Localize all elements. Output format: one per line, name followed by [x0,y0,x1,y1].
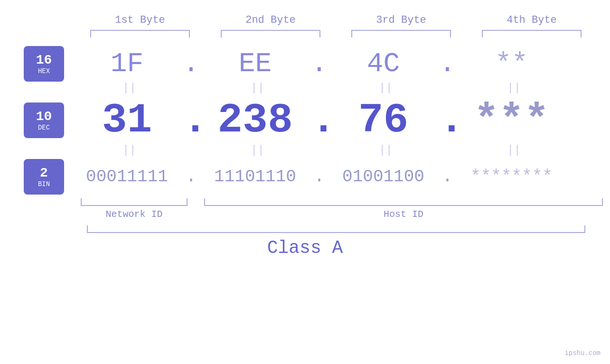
hex-byte1: 1F [71,48,183,79]
bin-values: 00011111 . 11101110 . 01001100 . *******… [71,167,610,187]
class-label: Class A [0,238,610,258]
hex-base-label: HEX [38,67,50,75]
bracket-gap1 [188,198,204,206]
bracket-byte1 [90,30,190,37]
hex-byte2: EE [199,48,311,79]
dec-byte1: 31 [71,97,183,144]
byte2-header: 2nd Byte [214,14,328,26]
bin-base-num: 2 [40,166,48,180]
dec-dot3: . [439,100,456,141]
bin-byte3: 01001100 [328,167,439,187]
bracket-byte4 [482,30,582,37]
equals-row-1: || || || || [0,82,610,94]
eq2-b2: || [202,144,313,157]
dec-dot1: . [183,100,199,141]
hex-dot1: . [183,50,199,78]
dec-byte3: 76 [328,97,439,144]
dec-dot2: . [311,100,328,141]
bin-dot3: . [439,168,456,186]
hex-badge: 16 HEX [24,46,64,82]
eq1-b4: || [458,82,570,94]
hex-byte3: 4C [328,48,439,79]
bracket-byte2 [221,30,320,37]
hex-values: 1F . EE . 4C . ** [71,48,610,79]
eq2-b4: || [458,144,570,157]
hex-base-num: 16 [36,53,52,67]
dec-badge: 10 DEC [24,103,64,138]
hex-byte4: ** [456,48,567,79]
id-labels-row: Network ID Host ID [81,209,603,220]
byte1-header: 1st Byte [83,14,197,26]
byte3-header: 3rd Byte [344,14,458,26]
bin-byte4: ******** [456,167,567,187]
bracket-byte3 [351,30,451,37]
host-id-label: Host ID [204,209,603,220]
top-brackets [75,30,597,37]
label-gap [188,209,204,220]
bin-dot1: . [183,168,199,186]
host-bracket [204,198,603,206]
eq1-b1: || [74,82,185,94]
dec-values: 31 . 238 . 76 . *** [71,97,610,144]
network-id-label: Network ID [81,209,188,220]
main-container: 1st Byte 2nd Byte 3rd Byte 4th Byte 16 H… [0,0,610,364]
equals-row-2: || || || || [0,144,610,157]
dec-base-label: DEC [38,124,50,131]
bin-badge: 2 BIN [24,159,64,195]
class-bracket [87,225,585,233]
dec-byte2: 238 [199,97,311,144]
hex-dot3: . [439,50,456,78]
network-bracket [81,198,188,206]
watermark: ipshu.com [564,349,601,357]
byte4-header: 4th Byte [475,14,589,26]
byte-headers: 1st Byte 2nd Byte 3rd Byte 4th Byte [75,14,597,26]
dec-base-num: 10 [36,109,52,124]
bin-row: 2 BIN 00011111 . 11101110 . 01001100 . *… [0,159,610,195]
hex-row: 16 HEX 1F . EE . 4C . ** [0,46,610,82]
bottom-bracket-row [81,198,603,206]
eq1-b3: || [330,82,441,94]
hex-dot2: . [311,50,328,78]
dec-byte4: *** [456,97,567,144]
bin-dot2: . [311,168,328,186]
bin-base-label: BIN [38,180,50,188]
dec-row: 10 DEC 31 . 238 . 76 . *** [0,97,610,144]
bin-byte1: 00011111 [71,167,183,187]
eq2-b3: || [330,144,441,157]
eq1-b2: || [202,82,313,94]
eq2-b1: || [74,144,185,157]
bin-byte2: 11101110 [199,167,311,187]
